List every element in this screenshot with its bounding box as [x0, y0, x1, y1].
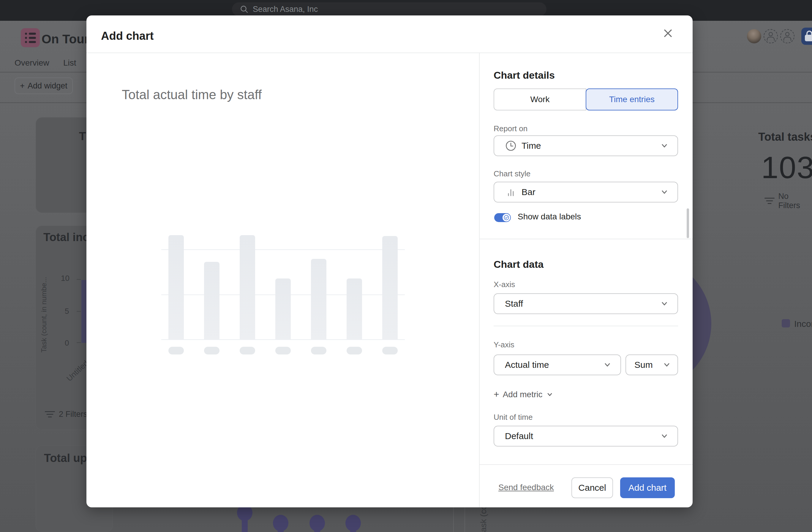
chart-style-value: Bar — [522, 187, 655, 197]
close-icon — [662, 28, 673, 39]
scatter-dot — [309, 515, 325, 531]
income-filters: 2 Filters — [45, 410, 87, 419]
source-segmented-control: Work Time entries — [494, 88, 678, 110]
y-axis-metric-dropdown[interactable]: Actual time — [494, 354, 621, 375]
segment-time-entries[interactable]: Time entries — [586, 88, 678, 110]
ghost-x-tick — [382, 347, 398, 354]
modal-header-divider — [86, 53, 693, 53]
income-ytick-5: 5 — [65, 307, 69, 316]
report-on-dropdown[interactable]: Time — [494, 135, 678, 156]
invite-avatar-placeholder — [764, 29, 778, 43]
ghost-bar — [169, 235, 184, 340]
ghost-x-tick — [311, 347, 327, 354]
ghost-x-tick — [169, 347, 184, 354]
add-chart-modal: Add chart Total actual time by staff Cha… — [86, 15, 693, 507]
chevron-down-icon — [660, 188, 669, 196]
unit-of-time-dropdown[interactable]: Default — [494, 426, 678, 446]
panel-divider — [479, 53, 480, 507]
income-y-axis-label: Task (count, in numbe... — [38, 255, 50, 374]
ghost-bar — [240, 235, 255, 340]
panel-scrollbar[interactable] — [687, 208, 689, 238]
add-widget-button: + Add widget — [15, 77, 73, 94]
close-button[interactable] — [659, 25, 676, 42]
plus-icon: + — [494, 389, 499, 400]
global-search-input[interactable]: Search Asana, Inc — [232, 2, 547, 16]
widget-card-1-title: T — [79, 130, 86, 143]
ghost-bar — [382, 236, 398, 340]
pie-legend-swatch — [782, 319, 790, 327]
chevron-down-icon — [660, 432, 669, 440]
page-title: On Tour: — [42, 32, 93, 46]
ghost-x-tick — [275, 347, 291, 354]
chart-preview-placeholder — [164, 234, 402, 340]
chevron-down-icon — [663, 361, 671, 369]
chevron-down-icon — [660, 299, 669, 308]
show-data-labels-toggle[interactable] — [494, 213, 511, 222]
invite-avatar-placeholder — [780, 29, 795, 43]
chevron-down-icon — [660, 142, 669, 150]
share-lock-button — [801, 28, 812, 45]
add-metric-button[interactable]: + Add metric — [494, 389, 553, 400]
report-on-value: Time — [522, 141, 655, 151]
filter-icon — [45, 411, 55, 418]
show-data-labels-label: Show data labels — [518, 212, 581, 221]
user-avatar — [747, 29, 761, 43]
chart-details-heading: Chart details — [494, 70, 555, 81]
report-on-label: Report on — [494, 124, 527, 133]
ghost-bar — [311, 259, 327, 340]
section-divider — [479, 239, 693, 239]
ghost-x-tick — [347, 347, 362, 354]
ghost-bar — [347, 279, 362, 340]
ghost-x-tick — [240, 347, 255, 354]
total-tasks-filters: No Filters — [764, 192, 812, 210]
chart-style-dropdown[interactable]: Bar — [494, 182, 678, 203]
pie-legend-label: Incon — [794, 319, 812, 329]
modal-title: Add chart — [101, 30, 154, 42]
y-axis-aggregate-dropdown[interactable]: Sum — [625, 354, 678, 375]
scatter-dot — [345, 515, 361, 531]
ghost-bar — [275, 279, 291, 340]
check-icon — [504, 215, 509, 220]
axis-divider — [494, 326, 678, 326]
scatter-dot — [273, 515, 288, 531]
y-axis-label: Y-axis — [494, 340, 514, 350]
chevron-down-icon — [546, 391, 553, 398]
income-ytick-10: 10 — [61, 274, 70, 283]
add-chart-button[interactable]: Add chart — [620, 477, 675, 498]
tab-list: List — [63, 58, 76, 68]
cancel-button[interactable]: Cancel — [571, 477, 613, 498]
chart-data-heading: Chart data — [494, 258, 543, 270]
ghost-bar — [204, 262, 219, 340]
x-axis-dropdown[interactable]: Staff — [494, 293, 678, 314]
footer-divider — [479, 464, 693, 465]
search-placeholder: Search Asana, Inc — [253, 5, 318, 14]
search-icon — [240, 5, 249, 14]
clock-icon — [505, 140, 517, 152]
send-feedback-link[interactable]: Send feedback — [498, 483, 554, 492]
total-tasks-value: 103 — [761, 150, 812, 185]
chart-style-label: Chart style — [494, 169, 531, 178]
ghost-x-tick — [204, 347, 219, 354]
chevron-down-icon — [603, 361, 611, 369]
total-tasks-title: Total tasks — [758, 131, 812, 143]
income-ytick-0: 0 — [65, 338, 69, 348]
toggle-knob — [503, 214, 510, 221]
chart-preview-title: Total actual time by staff — [122, 87, 262, 102]
bar-chart-icon — [505, 186, 517, 198]
segment-work[interactable]: Work — [494, 88, 586, 110]
unit-of-time-label: Unit of time — [494, 413, 533, 422]
person-icon — [785, 32, 789, 36]
plus-icon: + — [20, 82, 25, 91]
filter-icon — [764, 198, 774, 204]
tab-overview: Overview — [15, 58, 49, 68]
person-icon — [769, 32, 773, 36]
project-list-icon — [21, 28, 40, 47]
x-axis-label: X-axis — [494, 280, 515, 289]
